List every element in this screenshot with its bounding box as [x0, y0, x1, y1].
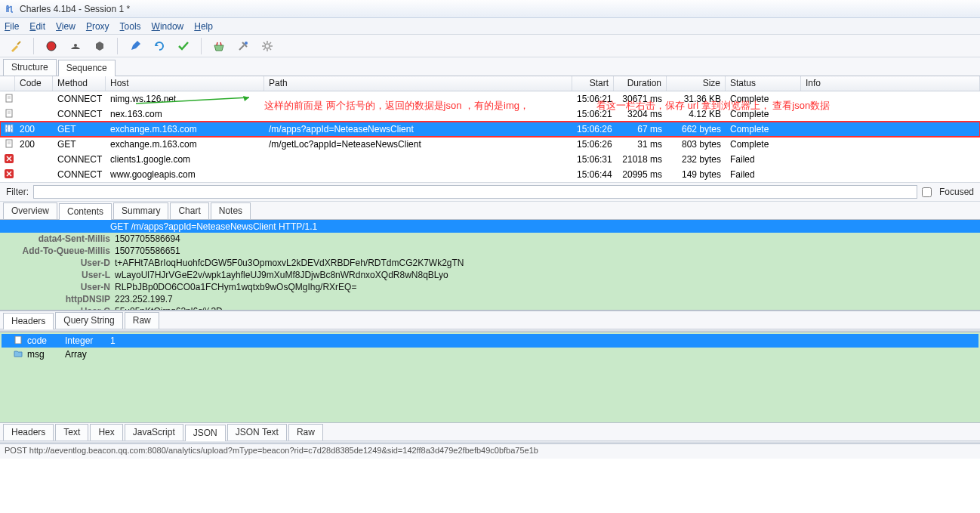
- btab-jsontext[interactable]: JSON Text: [227, 424, 287, 440]
- cell-path: [264, 159, 572, 160]
- col-method[interactable]: Method: [53, 76, 106, 91]
- cell-info: [801, 174, 980, 175]
- menu-tools[interactable]: Tools: [120, 21, 141, 32]
- tab-notes[interactable]: Notes: [211, 202, 251, 219]
- tab-contents[interactable]: Contents: [59, 203, 112, 220]
- tab-sequence[interactable]: Sequence: [58, 60, 116, 76]
- tree-icon: [14, 349, 23, 360]
- menu-window[interactable]: Window: [152, 21, 184, 32]
- tab-overview[interactable]: Overview: [3, 202, 57, 219]
- cell-info: [801, 113, 980, 115]
- cell-host: nex.163.com: [106, 108, 264, 120]
- col-code[interactable]: Code: [15, 76, 53, 91]
- cell-duration: 3204 ms: [614, 108, 667, 120]
- cell-host: www.googleapis.com: [106, 168, 264, 181]
- focused-checkbox[interactable]: [922, 187, 932, 197]
- cell-size: 232 bytes: [667, 153, 726, 165]
- svg-point-1: [74, 44, 77, 47]
- header-row[interactable]: httpDNSIP223.252.199.7: [0, 293, 980, 305]
- col-path[interactable]: Path: [264, 76, 572, 91]
- subtab-raw[interactable]: Raw: [125, 312, 159, 329]
- cell-code: [15, 113, 53, 115]
- header-val: RLPbJBp0DO6CO0a1FCHym1wqtxb9wOsQMgIhg/RX…: [115, 282, 356, 292]
- cell-method: CONNECT: [53, 93, 106, 105]
- header-key: User-D: [5, 258, 110, 268]
- btab-hex[interactable]: Hex: [90, 424, 122, 440]
- cell-host: exchange.m.163.com: [106, 138, 264, 150]
- col-duration[interactable]: Duration: [614, 76, 667, 91]
- edit-icon[interactable]: [128, 39, 142, 53]
- tree-row[interactable]: codeInteger1: [2, 334, 978, 348]
- refresh-icon[interactable]: [153, 39, 166, 53]
- throttle-icon[interactable]: [69, 39, 82, 53]
- header-row[interactable]: data4-Sent-Millis1507705586694: [0, 233, 980, 245]
- col-start[interactable]: Start: [572, 76, 614, 91]
- cell-code: [15, 159, 53, 160]
- cell-size: 149 bytes: [667, 168, 726, 181]
- cell-host: nimg.ws.126.net: [106, 93, 264, 105]
- col-icon[interactable]: [0, 76, 15, 91]
- table-row[interactable]: CONNECTnimg.ws.126.net15:06:2130671 ms31…: [0, 91, 980, 107]
- btab-json[interactable]: JSON: [185, 425, 226, 441]
- table-row[interactable]: 200GETexchange.m.163.com/m/getLoc?appId=…: [0, 137, 980, 152]
- tree-row[interactable]: msgArray: [2, 348, 978, 361]
- cell-host: exchange.m.163.com: [106, 123, 264, 135]
- cell-path: [264, 174, 572, 175]
- menu-edit[interactable]: Edit: [29, 21, 45, 32]
- btab-text[interactable]: Text: [55, 424, 88, 440]
- cell-path: /m/apps?appId=NeteaseNewsClient: [264, 123, 572, 135]
- btab-headers[interactable]: Headers: [3, 424, 54, 440]
- header-row[interactable]: User-LwLayoUl7HJrVGeE2v/wpk1ayhfleUJ9mXu…: [0, 269, 980, 281]
- table-row[interactable]: CONNECTclients1.google.com15:06:3121018 …: [0, 152, 980, 167]
- breakpoint-icon[interactable]: [93, 39, 106, 53]
- cell-info: [801, 159, 980, 160]
- menu-proxy[interactable]: Proxy: [86, 21, 109, 32]
- table-row[interactable]: CONNECTwww.googleapis.com15:06:4420995 m…: [0, 167, 980, 182]
- col-size[interactable]: Size: [667, 76, 726, 91]
- table-row[interactable]: CONNECTnex.163.com15:06:213204 ms4.12 KB…: [0, 107, 980, 122]
- tree-name: code: [23, 335, 60, 346]
- request-line: GET /m/apps?appId=NeteaseNewsClient HTTP…: [0, 220, 980, 233]
- svg-point-3: [245, 42, 248, 45]
- tab-structure[interactable]: Structure: [3, 59, 57, 76]
- tree-icon: [14, 335, 23, 346]
- btab-javascript[interactable]: JavaScript: [125, 424, 183, 440]
- menu-file[interactable]: File: [5, 21, 19, 32]
- check-icon[interactable]: [177, 39, 190, 53]
- header-key: User-N: [5, 282, 110, 292]
- col-info[interactable]: Info: [801, 76, 980, 91]
- main-tabs: Structure Sequence: [0, 57, 980, 76]
- cell-status: Complete: [726, 93, 801, 105]
- basket-icon[interactable]: [212, 39, 226, 53]
- menu-help[interactable]: Help: [194, 21, 213, 32]
- cell-path: [264, 113, 572, 115]
- filter-label: Filter:: [6, 187, 29, 197]
- gear-icon[interactable]: [260, 39, 274, 53]
- record-icon[interactable]: [45, 39, 58, 53]
- col-host[interactable]: Host: [106, 76, 264, 91]
- col-status[interactable]: Status: [726, 76, 801, 91]
- statusbar: POST http://aeventlog.beacon.qq.com:8080…: [0, 443, 980, 459]
- cell-code: [15, 174, 53, 175]
- btab-raw[interactable]: Raw: [288, 424, 323, 440]
- cell-method: CONNECT: [53, 153, 106, 165]
- header-row[interactable]: User-NRLPbJBp0DO6CO0a1FCHym1wqtxb9wOsQMg…: [0, 281, 980, 293]
- header-row[interactable]: User-Dt+AFHt7ABrIoqHuohfcDGW5F0u3OpmoxvL…: [0, 257, 980, 269]
- tab-summary[interactable]: Summary: [113, 202, 168, 219]
- tab-chart[interactable]: Chart: [170, 202, 208, 219]
- subtab-headers[interactable]: Headers: [3, 313, 54, 329]
- table-row[interactable]: {}200GETexchange.m.163.com/m/apps?appId=…: [0, 122, 980, 137]
- row-icon: [0, 93, 15, 106]
- table-body: 这样的前面是 两个括号的，返回的数据是json ，有的是img， 看这一栏右击，…: [0, 91, 980, 182]
- tools-icon[interactable]: [236, 39, 250, 53]
- subtab-querystring[interactable]: Query String: [55, 312, 122, 329]
- header-row[interactable]: User-C55u05pKtQirpq62pl6q%3D: [0, 305, 980, 311]
- tree-name: msg: [23, 349, 60, 360]
- filter-input[interactable]: [33, 185, 917, 199]
- table-head: Code Method Host Path Start Duration Siz…: [0, 76, 980, 91]
- header-val: 223.252.199.7: [115, 294, 173, 304]
- broom-icon[interactable]: [9, 39, 23, 53]
- menu-view[interactable]: View: [56, 21, 76, 32]
- header-row[interactable]: Add-To-Queue-Millis1507705586651: [0, 245, 980, 257]
- cell-start: 15:06:21: [572, 108, 614, 120]
